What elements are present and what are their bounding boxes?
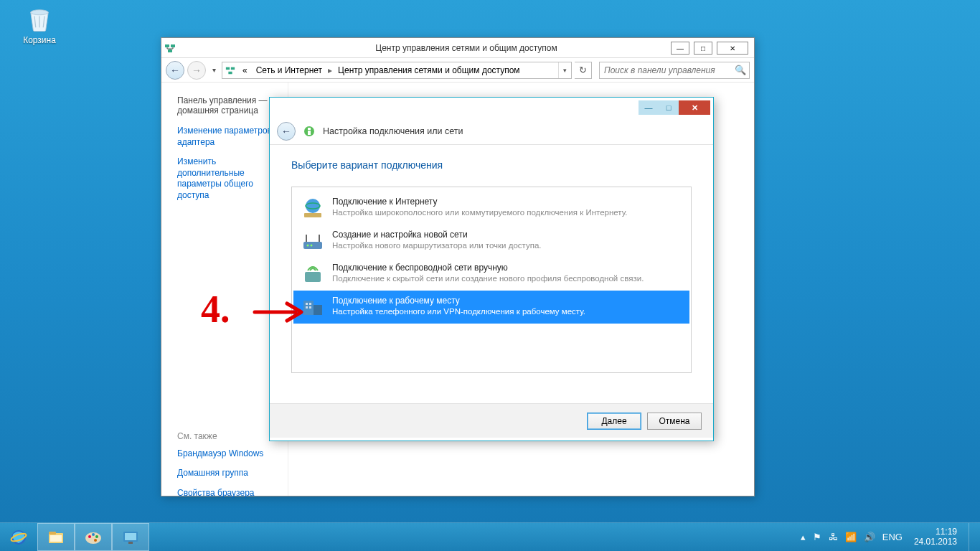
svg-rect-3 [168,50,172,52]
network-icon[interactable]: 🖧 [829,532,838,542]
option-new-network[interactable]: Создание и настройка новой сети Настройк… [293,225,689,258]
svg-rect-1 [165,44,169,47]
svg-rect-4 [226,67,230,70]
globe-icon [301,196,325,220]
option-description: Настройка телефонного или VPN-подключени… [332,306,585,318]
chevron-right-icon: ▸ [326,65,334,75]
svg-rect-17 [303,301,314,315]
taskbar-app-control-panel[interactable] [112,523,149,551]
clock[interactable]: 11:19 24.01.2013 [910,527,961,547]
address-toolbar: ← → ▾ « Сеть и Интернет ▸ Центр управлен… [161,58,754,83]
svg-rect-20 [306,306,308,309]
svg-rect-2 [171,44,175,47]
svg-rect-22 [314,305,322,315]
language-indicator[interactable]: ENG [882,532,903,542]
svg-point-15 [311,245,313,247]
window-titlebar[interactable]: Центр управления сетями и общим доступом [161,38,754,58]
search-icon[interactable]: 🔍 [735,65,746,75]
breadcrumb[interactable]: « Сеть и Интернет ▸ Центр управления сет… [222,62,572,79]
svg-rect-34 [125,533,136,540]
svg-point-29 [88,535,91,538]
option-title: Подключение к рабочему месту [332,295,585,306]
connection-options-list: Подключение к Интернету Настройка широко… [291,187,692,373]
network-center-icon [161,42,179,54]
sidebar-link-firewall[interactable]: Брандмауэр Windows [177,448,281,460]
volume-icon[interactable]: 🔊 [864,532,875,542]
option-title: Подключение к Интернету [332,196,627,207]
svg-rect-27 [50,535,62,542]
wizard-back-button[interactable]: ← [277,122,296,141]
next-button[interactable]: Далее [587,413,641,430]
svg-point-14 [307,245,309,247]
wireless-icon [301,262,325,286]
close-button[interactable]: ✕ [679,100,710,115]
maximize-button[interactable]: □ [694,42,712,55]
breadcrumb-dropdown[interactable]: ▾ [558,62,571,78]
svg-rect-8 [308,128,311,130]
svg-point-32 [94,539,97,542]
wizard-window: — □ ✕ ← Настройка подключения или сети В… [269,97,714,441]
svg-rect-19 [309,303,311,305]
search-input[interactable] [603,65,735,76]
desktop-icon-label: Корзина [23,35,56,45]
option-title: Подключение к беспроводной сети вручную [332,262,644,273]
nav-back-button[interactable]: ← [166,61,184,80]
signal-icon[interactable]: 📶 [845,532,857,542]
connection-wizard-icon [303,125,316,138]
sidebar-link-homegroup[interactable]: Домашняя группа [177,468,281,479]
taskbar-app-explorer[interactable] [37,523,75,551]
action-center-icon[interactable]: ⚑ [813,532,821,542]
sidebar-link-adapter-settings[interactable]: Изменение параметров адаптера [177,126,281,148]
taskbar-app-ie[interactable] [0,523,37,551]
show-desktop-button[interactable] [969,523,974,551]
option-workplace-connection[interactable]: Подключение к рабочему месту Настройка т… [293,291,689,324]
sidebar-home-link[interactable]: Панель управления — домашняя страница [177,95,281,116]
refresh-button[interactable]: ↻ [575,62,592,79]
sidebar-link-internet-options[interactable]: Свойства браузера [177,488,281,499]
tray-overflow-icon[interactable]: ▴ [801,532,806,542]
wizard-footer: Далее Отмена [270,403,713,438]
svg-rect-21 [309,306,311,309]
minimize-button[interactable]: — [671,42,689,55]
wizard-title: Настройка подключения или сети [323,126,463,136]
sidebar-link-sharing-settings[interactable]: Изменить дополнительные параметры общего… [177,156,281,201]
breadcrumb-segment[interactable]: Сеть и Интернет [252,62,326,78]
search-box[interactable]: 🔍 [599,62,750,79]
taskbar-app-paint[interactable] [75,523,112,551]
svg-rect-6 [228,71,232,74]
svg-point-10 [306,199,320,213]
clock-time: 11:19 [914,527,957,537]
maximize-button[interactable]: □ [659,100,679,115]
svg-point-31 [95,535,98,538]
svg-rect-35 [128,542,133,544]
wizard-heading: Выберите вариант подключения [291,159,692,171]
option-manual-wireless[interactable]: Подключение к беспроводной сети вручную … [293,258,689,291]
nav-history-dropdown[interactable]: ▾ [209,61,219,80]
breadcrumb-segment[interactable]: Центр управления сетями и общим доступом [334,62,524,78]
network-center-icon [222,65,238,75]
option-connect-internet[interactable]: Подключение к Интернету Настройка широко… [293,192,689,225]
option-title: Создание и настройка новой сети [332,229,542,240]
svg-point-30 [92,533,95,536]
system-tray: ▴ ⚑ 🖧 📶 🔊 ENG 11:19 24.01.2013 [795,523,980,551]
wizard-content: Выберите вариант подключения Подключение… [270,145,713,403]
option-description: Настройка широкополосного или коммутируе… [332,207,627,219]
close-button[interactable]: ✕ [717,42,748,55]
svg-rect-26 [49,532,56,534]
nav-forward-button[interactable]: → [187,61,206,80]
svg-rect-16 [305,272,321,282]
option-description: Подключение к скрытой сети или создание … [332,273,644,285]
svg-rect-18 [306,303,308,305]
minimize-button[interactable]: — [639,100,659,115]
desktop-icon-recycle-bin[interactable]: Корзина [14,4,65,45]
wizard-titlebar[interactable]: — □ ✕ [270,98,713,118]
option-description: Настройка нового маршрутизатора или точк… [332,240,542,252]
breadcrumb-prefix[interactable]: « [238,62,252,78]
see-also-heading: См. также [177,431,281,441]
workplace-icon [301,295,325,319]
cancel-button[interactable]: Отмена [647,413,702,430]
svg-rect-13 [303,242,322,249]
router-icon [301,229,325,253]
svg-rect-9 [308,131,311,135]
svg-rect-5 [231,67,235,70]
